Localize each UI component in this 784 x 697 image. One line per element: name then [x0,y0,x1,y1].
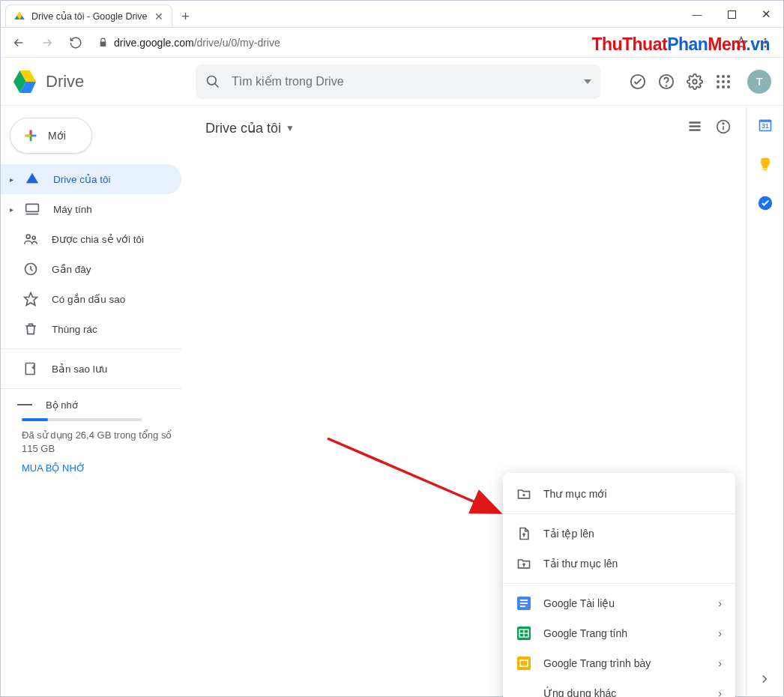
search-bar[interactable]: Tìm kiếm trong Drive [196,64,600,99]
svg-text:31: 31 [762,122,769,130]
buy-storage-link[interactable]: MUA BỘ NHỚ [22,462,177,474]
sidebar-item-computers[interactable]: ▸ Máy tính [1,194,181,224]
sidebar-item-label: Bản sao lưu [52,363,107,375]
side-panel: 31 [746,106,783,696]
chevron-right-icon: › [718,597,722,609]
svg-point-6 [765,41,767,43]
list-view-icon[interactable] [687,119,702,138]
svg-rect-3 [728,10,735,18]
new-button-label: Mới [48,130,66,142]
expand-icon[interactable]: ▸ [10,205,16,214]
sidebar-item-my-drive[interactable]: ▸ Drive của tôi [1,164,181,194]
menu-item-upload-file[interactable]: Tải tệp lên [503,519,735,549]
svg-rect-32 [690,125,701,127]
browser-menu-icon[interactable] [755,32,776,53]
help-icon[interactable] [657,73,675,91]
menu-item-new-folder[interactable]: Thư mục mới [503,479,735,509]
chevron-right-icon: › [718,687,722,697]
sidebar-item-starred[interactable]: Có gắn dấu sao [1,284,181,314]
sidebar-item-label: Drive của tôi [53,173,111,185]
calendar-icon[interactable]: 31 [758,118,773,133]
nav-forward-button[interactable] [37,32,58,53]
menu-item-google-slides[interactable]: Google Trang trình bày › [503,648,735,678]
lock-icon [98,37,108,47]
details-icon[interactable] [716,119,731,138]
computers-icon [25,202,40,217]
menu-item-label: Tải thư mục lên [543,558,618,570]
sidebar-item-backups[interactable]: Bản sao lưu [1,354,181,384]
side-panel-collapse-icon[interactable] [758,672,771,689]
menu-item-label: Ứng dụng khác [543,687,616,697]
header-icons: T [629,70,771,94]
menu-item-more-apps[interactable]: Ứng dụng khác › [503,678,735,697]
storage-label-row[interactable]: Bộ nhớ [22,399,177,411]
upload-folder-icon [516,556,531,571]
drive-logo-icon [10,67,40,97]
svg-marker-14 [584,79,591,84]
svg-point-17 [666,85,667,86]
svg-line-13 [215,83,219,87]
menu-separator [503,583,735,584]
sidebar-item-shared[interactable]: Được chia sẻ với tôi [1,224,181,254]
svg-point-7 [765,45,767,47]
drive-logo-text: Drive [46,72,84,91]
svg-point-26 [26,235,30,238]
chevron-right-icon: › [718,657,722,669]
browser-toolbar: drive.google.com/drive/u/0/my-drive [1,28,783,58]
google-sheets-icon [516,627,531,640]
tab-close-icon[interactable]: ✕ [154,10,164,22]
window-maximize-button[interactable] [714,1,749,28]
address-bar[interactable]: drive.google.com/drive/u/0/my-drive [94,31,723,54]
menu-item-label: Google Trang trình bày [543,657,651,669]
sidebar-item-recent[interactable]: Gần đây [1,254,181,284]
backups-icon [23,361,38,376]
ready-offline-icon[interactable] [629,73,647,91]
settings-gear-icon[interactable] [686,73,704,91]
my-drive-icon [25,172,40,187]
svg-point-5 [765,37,767,40]
chevron-right-icon: › [718,627,722,639]
search-icon [205,74,221,89]
menu-item-google-docs[interactable]: Google Tài liệu › [503,588,735,618]
new-folder-icon [516,486,531,501]
location-dropdown-icon[interactable]: ▼ [286,123,295,133]
google-docs-icon [516,597,531,610]
sidebar-item-label: Thùng rác [52,324,97,335]
google-apps-icon[interactable] [714,73,732,91]
search-dropdown-icon[interactable] [584,78,591,85]
menu-item-upload-folder[interactable]: Tải thư mục lên [503,549,735,579]
svg-rect-47 [520,600,528,601]
url-text: drive.google.com/drive/u/0/my-drive [114,37,280,49]
svg-point-27 [32,236,35,239]
drive-logo[interactable]: Drive [10,67,190,97]
account-avatar[interactable]: T [747,70,771,94]
sidebar-item-trash[interactable]: Thùng rác [1,314,181,344]
sidebar: Mới ▸ Drive của tôi ▸ Máy tính [1,106,193,696]
bookmark-star-icon[interactable] [731,32,752,53]
drive-favicon [13,10,25,22]
trash-icon [23,322,38,337]
browser-window: Drive của tôi - Google Drive ✕ + — ✕ dri… [0,0,784,697]
window-minimize-button[interactable]: — [680,1,714,28]
expand-icon[interactable]: ▸ [10,175,16,184]
browser-tab-active[interactable]: Drive của tôi - Google Drive ✕ [5,4,172,27]
window-close-button[interactable]: ✕ [749,1,783,28]
nav-back-button[interactable] [8,32,29,53]
new-button[interactable]: Mới [10,118,92,154]
keep-icon[interactable] [758,157,773,172]
drive-header: Drive Tìm kiếm trong Drive T [1,58,783,106]
browser-tabs-area: Drive của tôi - Google Drive ✕ + [1,1,680,27]
new-tab-button[interactable]: + [175,6,196,27]
svg-rect-48 [520,603,528,604]
tasks-icon[interactable] [758,196,773,211]
shared-icon [23,232,38,247]
menu-item-google-sheets[interactable]: Google Trang tính › [503,618,735,648]
sidebar-separator [1,348,181,349]
sidebar-item-label: Được chia sẻ với tôi [52,233,144,245]
sidebar-item-label: Máy tính [53,204,92,215]
svg-point-18 [693,79,697,84]
sidebar-separator [1,388,181,389]
location-title[interactable]: Drive của tôi [205,120,281,136]
location-right-controls [687,119,731,138]
nav-reload-button[interactable] [65,32,86,53]
